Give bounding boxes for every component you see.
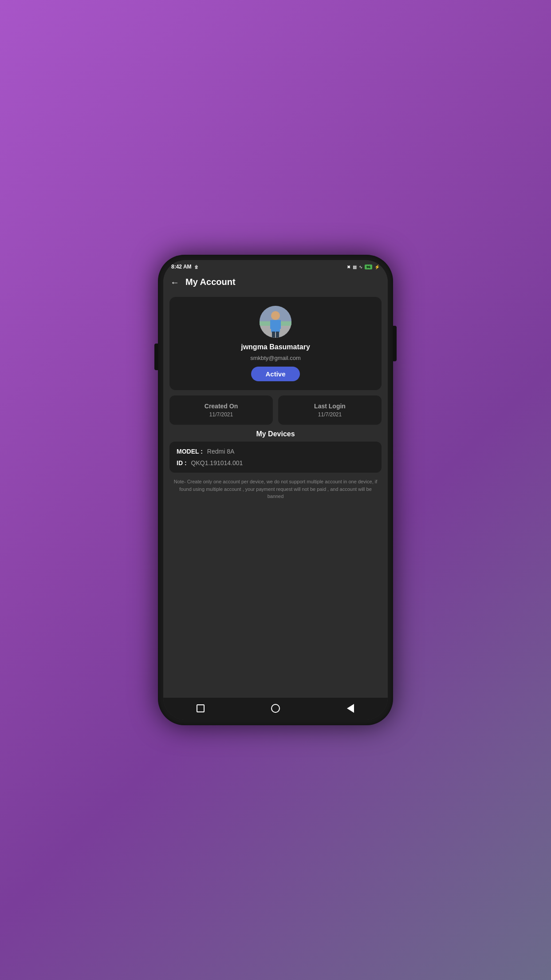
recent-apps-button[interactable]: [193, 703, 209, 714]
bluetooth-icon: ✖: [347, 265, 350, 269]
id-label: ID :: [177, 459, 187, 466]
last-login-label: Last Login: [314, 403, 346, 410]
svg-rect-7: [272, 332, 275, 338]
phone-frame: 8:42 AM 🗑 ✖ ▦ ∿ 96 ⚡ ← My Account: [158, 255, 393, 725]
devices-card: MODEL : Redmi 8A ID : QKQ1.191014.001: [169, 442, 382, 473]
main-content: jwngma Basumatary smkbty@gmail.com Activ…: [163, 292, 388, 698]
power-button: [393, 326, 397, 361]
created-on-value: 11/7/2021: [209, 411, 233, 418]
devices-title: My Devices: [169, 430, 382, 438]
battery-indicator: 96: [365, 265, 372, 269]
status-bar: 8:42 AM 🗑 ✖ ▦ ∿ 96 ⚡: [163, 260, 388, 273]
id-row: ID : QKQ1.191014.001: [177, 459, 374, 466]
last-login-value: 11/7/2021: [318, 411, 342, 418]
date-row: Created On 11/7/2021 Last Login 11/7/202…: [169, 395, 382, 425]
devices-section: My Devices MODEL : Redmi 8A ID : QKQ1.19…: [169, 430, 382, 473]
profile-email: smkbty@gmail.com: [250, 355, 301, 361]
svg-rect-5: [270, 320, 274, 329]
id-value: QKQ1.191014.001: [191, 459, 243, 466]
last-login-card: Last Login 11/7/2021: [278, 395, 382, 425]
home-button[interactable]: [268, 703, 283, 714]
wifi-icon: ∿: [359, 265, 362, 269]
back-button[interactable]: ←: [170, 278, 179, 287]
phone-screen: 8:42 AM 🗑 ✖ ▦ ∿ 96 ⚡ ← My Account: [163, 260, 388, 720]
page-title: My Account: [185, 277, 236, 287]
app-header: ← My Account: [163, 273, 388, 292]
circle-icon: [271, 704, 280, 713]
trash-icon: 🗑: [194, 265, 199, 269]
note-text: Note- Create only one account per device…: [169, 478, 382, 500]
volume-button: [154, 344, 158, 370]
status-right: ✖ ▦ ∿ 96 ⚡: [347, 265, 380, 269]
avatar: [260, 306, 291, 338]
status-time: 8:42 AM: [171, 264, 192, 270]
profile-name: jwngma Basumatary: [241, 343, 310, 351]
square-icon: [197, 704, 205, 712]
svg-rect-8: [276, 332, 279, 338]
svg-rect-6: [277, 320, 281, 329]
triangle-icon: [347, 704, 354, 713]
sim-icon: ▦: [353, 265, 357, 269]
navigation-bar: [163, 698, 388, 720]
created-on-card: Created On 11/7/2021: [169, 395, 273, 425]
svg-point-3: [271, 311, 280, 320]
model-value: Redmi 8A: [207, 448, 234, 455]
model-label: MODEL :: [177, 448, 203, 455]
back-nav-button[interactable]: [342, 703, 358, 714]
created-on-label: Created On: [205, 403, 238, 410]
charging-icon: ⚡: [374, 265, 380, 269]
status-left: 8:42 AM 🗑: [171, 264, 199, 270]
model-row: MODEL : Redmi 8A: [177, 448, 374, 455]
active-status-button[interactable]: Active: [251, 367, 299, 381]
profile-card: jwngma Basumatary smkbty@gmail.com Activ…: [169, 297, 382, 390]
